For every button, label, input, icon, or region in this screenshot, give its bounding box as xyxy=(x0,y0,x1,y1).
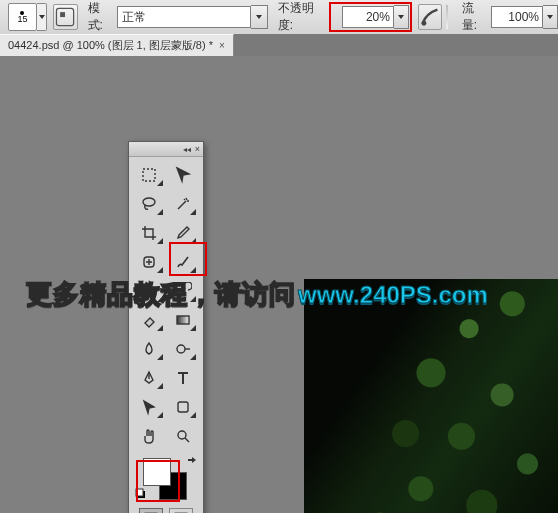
chevron-down-icon xyxy=(39,15,45,19)
dodge-tool[interactable] xyxy=(167,335,200,363)
pressure-opacity-toggle[interactable] xyxy=(418,4,442,30)
options-bar: 15 模式: 正常 不透明度: 20% 流量: 100% xyxy=(0,0,558,35)
chevron-down-icon xyxy=(398,15,404,19)
svg-rect-8 xyxy=(178,402,188,412)
collapse-icon[interactable]: ◂◂ xyxy=(183,145,191,154)
magic-wand-tool[interactable] xyxy=(167,190,200,218)
flow-dropdown[interactable] xyxy=(543,5,558,29)
document-image[interactable]: PS 爱好者 UiBQ.Com xyxy=(304,279,558,513)
chevron-down-icon xyxy=(256,15,262,19)
svg-rect-6 xyxy=(177,316,189,324)
brush-panel-toggle-button[interactable] xyxy=(53,4,77,30)
type-tool[interactable] xyxy=(167,364,200,392)
separator xyxy=(446,5,448,29)
brush-tool[interactable] xyxy=(167,248,200,276)
mode-label: 模式: xyxy=(88,0,113,34)
healing-brush-tool[interactable] xyxy=(133,248,166,276)
opacity-dropdown[interactable] xyxy=(394,5,409,29)
opacity-highlight-box: 20% xyxy=(329,2,412,32)
flow-input[interactable]: 100% xyxy=(491,6,543,28)
eyedropper-tool[interactable] xyxy=(167,219,200,247)
default-colors-icon[interactable] xyxy=(135,488,147,500)
tools-panel: ◂◂ × xyxy=(128,141,204,513)
blend-mode-select[interactable]: 正常 xyxy=(117,5,268,29)
shape-tool[interactable] xyxy=(167,393,200,421)
flow-label: 流量: xyxy=(462,0,487,34)
crop-tool[interactable] xyxy=(133,219,166,247)
screen-mode-row xyxy=(129,504,203,513)
quickmask-mode-button[interactable] xyxy=(169,508,193,513)
pen-tool[interactable] xyxy=(133,364,166,392)
tablet-pressure-icon xyxy=(419,6,441,28)
opacity-label: 不透明度: xyxy=(278,0,325,34)
svg-rect-1 xyxy=(61,12,66,17)
close-icon[interactable]: × xyxy=(195,144,200,154)
brush-preset-dropdown[interactable] xyxy=(37,3,47,31)
svg-point-4 xyxy=(143,198,155,206)
path-selection-tool[interactable] xyxy=(133,393,166,421)
svg-rect-11 xyxy=(136,489,143,496)
promo-text-url: www.240PS.com xyxy=(298,281,488,309)
foreground-color-swatch[interactable] xyxy=(143,458,171,486)
blend-mode-dropdown-arrow[interactable] xyxy=(251,5,268,29)
svg-point-2 xyxy=(421,21,426,26)
swap-colors-icon[interactable] xyxy=(187,456,197,466)
document-tab-bar: 04424.psd @ 100% (图层 1, 图层蒙版/8) * × xyxy=(0,34,558,56)
close-icon[interactable]: × xyxy=(219,40,225,51)
blend-mode-value: 正常 xyxy=(117,6,251,28)
svg-point-7 xyxy=(177,345,185,353)
brush-preset-picker[interactable]: 15 xyxy=(8,3,38,31)
zoom-tool[interactable] xyxy=(167,422,200,450)
standard-mode-button[interactable] xyxy=(139,508,163,513)
document-tab-title: 04424.psd @ 100% (图层 1, 图层蒙版/8) * xyxy=(8,38,213,53)
image-content xyxy=(304,279,558,513)
brush-size-value: 15 xyxy=(17,15,27,24)
foreground-background-swatch[interactable] xyxy=(143,458,189,498)
lasso-tool[interactable] xyxy=(133,190,166,218)
marquee-tool[interactable] xyxy=(133,161,166,189)
tools-panel-header[interactable]: ◂◂ × xyxy=(129,142,203,157)
opacity-input[interactable]: 20% xyxy=(342,6,394,28)
blur-tool[interactable] xyxy=(133,335,166,363)
brush-panel-icon xyxy=(54,6,76,28)
chevron-down-icon xyxy=(547,15,553,19)
document-tab[interactable]: 04424.psd @ 100% (图层 1, 图层蒙版/8) * × xyxy=(0,34,234,56)
svg-point-9 xyxy=(178,431,186,439)
promo-text-cn: 更多精品教程，请访问 xyxy=(26,277,296,312)
svg-rect-3 xyxy=(143,169,155,181)
promo-overlay: 更多精品教程，请访问 www.240PS.com xyxy=(26,277,488,312)
color-swatch-area xyxy=(129,454,203,504)
move-tool[interactable] xyxy=(167,161,200,189)
hand-tool[interactable] xyxy=(133,422,166,450)
